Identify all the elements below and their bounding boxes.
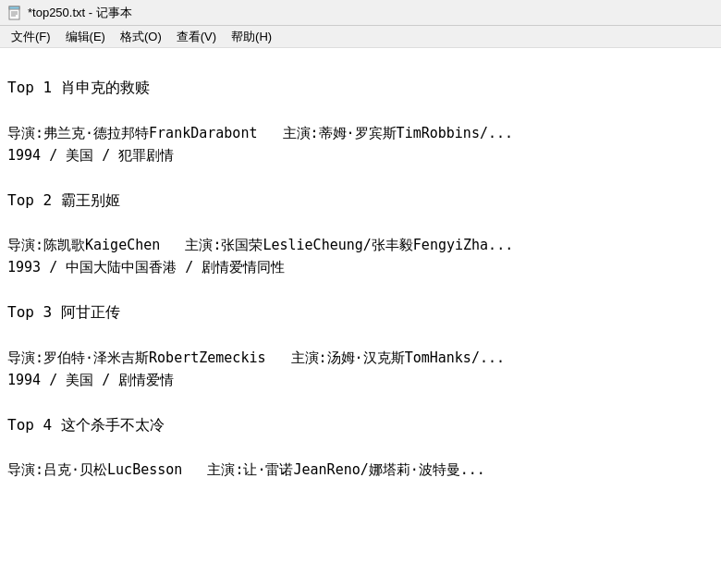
menu-help[interactable]: 帮助(H)	[224, 27, 279, 47]
content-area[interactable]: Top 1 肖申克的救赎 导演:弗兰克·德拉邦特FrankDarabont 主演…	[0, 48, 721, 588]
empty-line	[7, 436, 714, 459]
menu-view[interactable]: 查看(V)	[169, 27, 224, 47]
empty-line	[7, 166, 714, 189]
entry-title: Top 3 阿甘正传	[7, 300, 714, 325]
entry-detail: 导演:吕克·贝松LucBesson 主演:让·雷诺JeanReno/娜塔莉·波特…	[7, 459, 714, 481]
entry-detail: 导演:弗兰克·德拉邦特FrankDarabont 主演:蒂姆·罗宾斯TimRob…	[7, 122, 714, 144]
menu-file[interactable]: 文件(F)	[4, 27, 58, 47]
entry-detail: 1994 / 美国 / 犯罪剧情	[7, 144, 714, 166]
svg-rect-1	[9, 6, 19, 9]
entry-title: Top 1 肖申克的救赎	[7, 76, 714, 100]
menu-bar: 文件(F) 编辑(E) 格式(O) 查看(V) 帮助(H)	[0, 26, 721, 48]
empty-line	[7, 100, 714, 122]
entry-detail: 导演:陈凯歌KaigeChen 主演:张国荣LeslieCheung/张丰毅Fe…	[7, 234, 714, 256]
menu-format[interactable]: 格式(O)	[113, 27, 169, 47]
empty-line	[7, 391, 714, 413]
entry-title: Top 2 霸王别姬	[7, 189, 714, 213]
entry-title: Top 4 这个杀手不太冷	[7, 413, 714, 437]
title-bar: *top250.txt - 记事本	[0, 0, 721, 26]
entry-detail: 1994 / 美国 / 剧情爱情	[7, 369, 714, 391]
notepad-icon	[7, 6, 22, 20]
window-title: *top250.txt - 记事本	[28, 5, 132, 21]
entry-detail: 导演:罗伯特·泽米吉斯RobertZemeckis 主演:汤姆·汉克斯TomHa…	[7, 347, 714, 369]
menu-edit[interactable]: 编辑(E)	[58, 27, 113, 47]
empty-line	[7, 212, 714, 234]
empty-line	[7, 278, 714, 300]
empty-line	[7, 325, 714, 347]
entry-detail: 1993 / 中国大陆中国香港 / 剧情爱情同性	[7, 256, 714, 278]
